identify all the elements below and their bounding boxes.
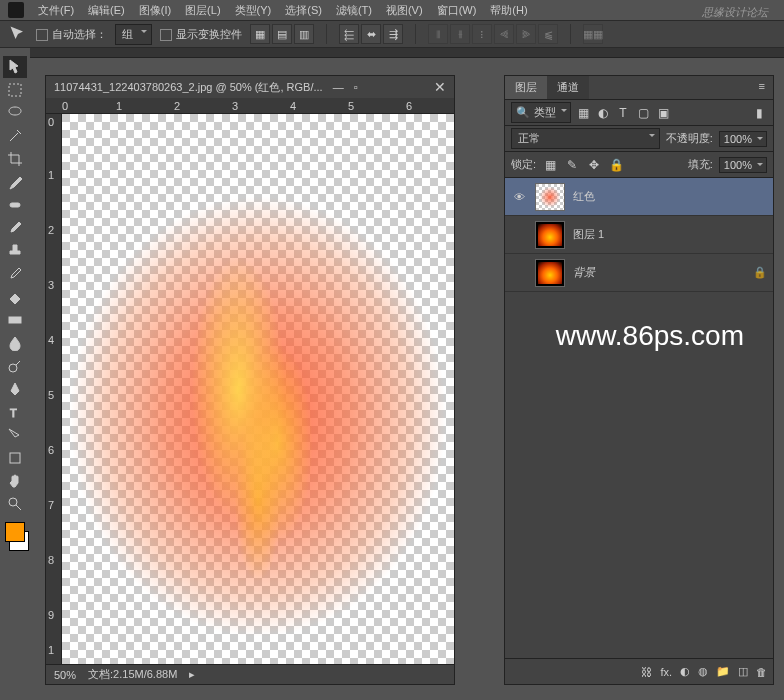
menu-select[interactable]: 选择(S): [279, 1, 328, 20]
distribute-icon: ⫷: [494, 24, 514, 44]
lasso-tool[interactable]: [3, 102, 27, 124]
filter-shape-icon[interactable]: ▢: [635, 105, 651, 121]
align-center-icon[interactable]: ⬌: [361, 24, 381, 44]
layers-panel: 图层 通道 ≡ 🔍类型 ▦ ◐ T ▢ ▣ ▮ 正常 不透明度: 100% 锁定…: [504, 75, 774, 685]
fill-input[interactable]: 100%: [719, 157, 767, 173]
group-icon[interactable]: 📁: [716, 665, 730, 678]
ruler-vertical: 0 1 2 3 4 5 6 7 8 9 1: [46, 114, 62, 664]
align-right-icon[interactable]: ⇶: [383, 24, 403, 44]
info-chevron-icon[interactable]: ▸: [189, 668, 195, 681]
visibility-icon[interactable]: [511, 228, 527, 242]
brush-tool[interactable]: [3, 217, 27, 239]
menu-type[interactable]: 类型(Y): [229, 1, 278, 20]
panel-menu-icon[interactable]: ≡: [751, 76, 773, 99]
fill-label: 填充:: [688, 157, 713, 172]
document-tabstrip: [30, 48, 784, 58]
layer-thumbnail[interactable]: [535, 221, 565, 249]
filter-type-icon[interactable]: T: [615, 105, 631, 121]
svg-rect-5: [10, 453, 20, 463]
tab-channels[interactable]: 通道: [547, 76, 589, 99]
layer-row[interactable]: 图层 1: [505, 216, 773, 254]
adjustment-icon[interactable]: ◍: [698, 665, 708, 678]
eyedropper-tool[interactable]: [3, 171, 27, 193]
canvas[interactable]: [62, 114, 454, 664]
layer-thumbnail[interactable]: [535, 183, 565, 211]
pen-tool[interactable]: [3, 378, 27, 400]
filter-adjust-icon[interactable]: ◐: [595, 105, 611, 121]
align-icon[interactable]: ▤: [272, 24, 292, 44]
auto-select-checkbox[interactable]: 自动选择：: [36, 27, 107, 42]
layer-thumbnail[interactable]: [535, 259, 565, 287]
visibility-icon[interactable]: 👁: [511, 190, 527, 204]
document-tab[interactable]: 11074431_122403780263_2.jpg @ 50% (红色, R…: [46, 76, 454, 98]
visibility-icon[interactable]: [511, 266, 527, 280]
menu-window[interactable]: 窗口(W): [431, 1, 483, 20]
menu-layer[interactable]: 图层(L): [179, 1, 226, 20]
doc-info[interactable]: 文档:2.15M/6.88M: [88, 667, 177, 682]
lock-position-icon[interactable]: ✥: [586, 157, 602, 173]
menu-image[interactable]: 图像(I): [133, 1, 177, 20]
fx-icon[interactable]: fx.: [660, 666, 672, 678]
opacity-input[interactable]: 100%: [719, 131, 767, 147]
align-left-icon[interactable]: ⬱: [339, 24, 359, 44]
filter-type-dropdown[interactable]: 🔍类型: [511, 102, 571, 123]
blur-tool[interactable]: [3, 332, 27, 354]
layer-row[interactable]: 👁 红色: [505, 178, 773, 216]
ps-logo-icon: [8, 2, 24, 18]
tab-layers[interactable]: 图层: [505, 76, 547, 99]
svg-point-6: [9, 498, 17, 506]
hand-tool[interactable]: [3, 470, 27, 492]
mask-icon[interactable]: ◐: [680, 665, 690, 678]
filter-smart-icon[interactable]: ▣: [655, 105, 671, 121]
stamp-tool[interactable]: [3, 240, 27, 262]
type-tool[interactable]: T: [3, 401, 27, 423]
menu-bar: 文件(F) 编辑(E) 图像(I) 图层(L) 类型(Y) 选择(S) 滤镜(T…: [0, 0, 784, 20]
heal-tool[interactable]: [3, 194, 27, 216]
maximize-icon[interactable]: ▫: [354, 81, 358, 93]
new-layer-icon[interactable]: ◫: [738, 665, 748, 678]
history-brush-tool[interactable]: [3, 263, 27, 285]
zoom-level[interactable]: 50%: [54, 669, 76, 681]
lock-pixels-icon[interactable]: ▦: [542, 157, 558, 173]
path-tool[interactable]: [3, 424, 27, 446]
wand-tool[interactable]: [3, 125, 27, 147]
filter-toggle-icon[interactable]: ▮: [751, 105, 767, 121]
svg-rect-1: [10, 203, 20, 207]
svg-text:T: T: [10, 407, 17, 419]
lock-all-icon[interactable]: 🔒: [608, 157, 624, 173]
move-tool[interactable]: [3, 56, 27, 78]
distribute-icon: ⫸: [516, 24, 536, 44]
menu-file[interactable]: 文件(F): [32, 1, 80, 20]
menu-edit[interactable]: 编辑(E): [82, 1, 131, 20]
delete-icon[interactable]: 🗑: [756, 666, 767, 678]
distribute-icon: ⫶: [472, 24, 492, 44]
marquee-tool[interactable]: [3, 79, 27, 101]
show-transform-checkbox[interactable]: 显示变换控件: [160, 27, 242, 42]
menu-view[interactable]: 视图(V): [380, 1, 429, 20]
gradient-tool[interactable]: [3, 309, 27, 331]
zoom-tool[interactable]: [3, 493, 27, 515]
lock-paint-icon[interactable]: ✎: [564, 157, 580, 173]
filter-pixel-icon[interactable]: ▦: [575, 105, 591, 121]
foreground-color[interactable]: [5, 522, 25, 542]
menu-filter[interactable]: 滤镜(T): [330, 1, 378, 20]
shape-tool[interactable]: [3, 447, 27, 469]
distribute-icon: ⫴: [428, 24, 448, 44]
crop-tool[interactable]: [3, 148, 27, 170]
menu-help[interactable]: 帮助(H): [484, 1, 533, 20]
minimize-icon[interactable]: —: [333, 81, 344, 93]
layer-name[interactable]: 图层 1: [573, 227, 767, 242]
layer-name[interactable]: 背景: [573, 265, 745, 280]
align-icon[interactable]: ▦: [250, 24, 270, 44]
eraser-tool[interactable]: [3, 286, 27, 308]
layer-name[interactable]: 红色: [573, 189, 767, 204]
close-icon[interactable]: ✕: [434, 79, 446, 95]
align-icon[interactable]: ▥: [294, 24, 314, 44]
lock-label: 锁定:: [511, 157, 536, 172]
status-bar: 50% 文档:2.15M/6.88M ▸: [46, 664, 454, 684]
link-layers-icon[interactable]: ⛓: [641, 666, 652, 678]
blend-mode-dropdown[interactable]: 正常: [511, 128, 660, 149]
dodge-tool[interactable]: [3, 355, 27, 377]
auto-select-dropdown[interactable]: 组: [115, 24, 152, 45]
layer-row[interactable]: 背景 🔒: [505, 254, 773, 292]
